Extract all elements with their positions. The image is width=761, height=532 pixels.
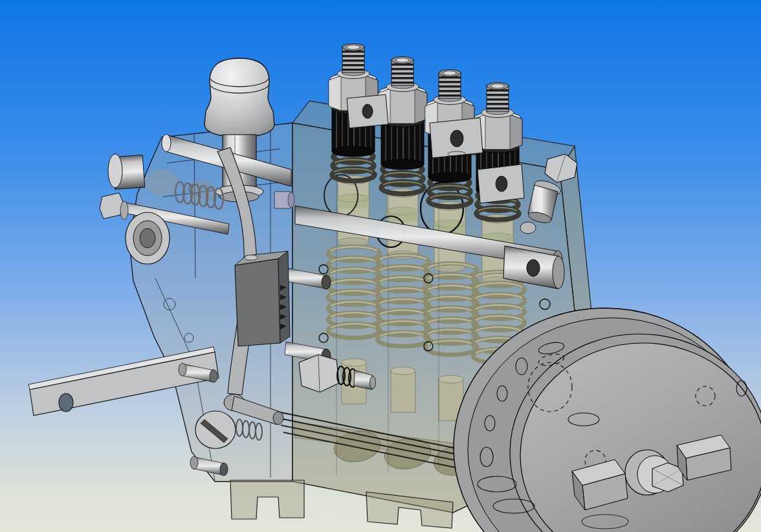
shaft-bolt-head <box>100 193 123 219</box>
left-stub-cylinder <box>108 154 145 190</box>
clamp-hole <box>362 104 373 118</box>
clamp-hole <box>496 176 507 192</box>
bearing-boss <box>126 212 170 264</box>
clamp-hole <box>450 130 463 147</box>
gear-block <box>235 251 290 346</box>
cad-viewport[interactable] <box>0 0 761 532</box>
cad-model-render <box>0 0 761 532</box>
bar-hole <box>59 393 73 412</box>
bushing-end <box>288 192 294 208</box>
coupler-hole <box>527 260 540 276</box>
flyweight-ghost <box>145 170 179 195</box>
